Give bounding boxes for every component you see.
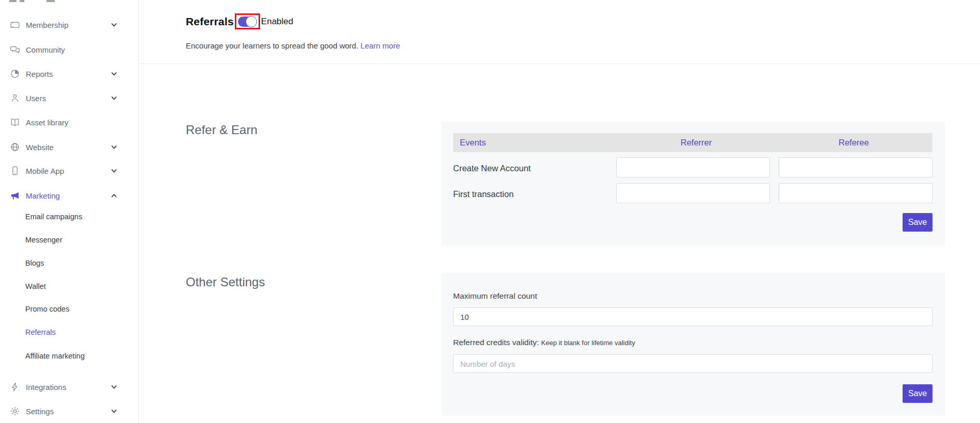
- page-header: Referrals Enabled Encourage your learner…: [139, 0, 980, 64]
- annotation-highlight-box: [235, 13, 260, 29]
- chevron-up-icon: [110, 192, 118, 199]
- partial-item-fragment: [46, 0, 55, 2]
- learn-more-link[interactable]: Learn more: [361, 41, 400, 50]
- settings-icon: [9, 406, 20, 417]
- sidebar-item-label: Mobile App: [26, 167, 110, 175]
- sidebar-subitem-wallet[interactable]: Wallet: [25, 281, 130, 292]
- referee-first-transaction-input[interactable]: [779, 183, 933, 203]
- website-icon: [9, 142, 20, 153]
- column-header-events: Events: [453, 138, 617, 148]
- chevron-down-icon: [110, 408, 118, 415]
- table-row-label: Create New Account: [453, 164, 531, 173]
- credits-validity-days-input[interactable]: [453, 354, 933, 373]
- sidebar-item-website[interactable]: Website: [9, 141, 130, 153]
- sidebar-item-label: Users: [26, 94, 110, 103]
- sidebar-item-marketing[interactable]: Marketing: [9, 189, 130, 202]
- toggle-state-label: Enabled: [261, 17, 293, 27]
- toggle-knob: [246, 16, 257, 27]
- credits-validity-label-text: Referred credits validity:: [453, 338, 539, 347]
- subitem-label: Email campaigns: [25, 213, 82, 221]
- subitem-label: Blogs: [25, 259, 44, 267]
- page-title: Referrals: [186, 15, 234, 28]
- max-referral-count-input[interactable]: [453, 307, 933, 326]
- chevron-down-icon: [110, 21, 118, 28]
- sidebar-item-integrations[interactable]: Integrations: [9, 381, 130, 393]
- asset-library-icon: [9, 117, 20, 128]
- sidebar-item-label: Community: [26, 45, 130, 54]
- subitem-label: Wallet: [25, 282, 46, 290]
- other-settings-heading: Other Settings: [186, 275, 265, 289]
- sidebar-subitem-referrals[interactable]: Referrals: [25, 327, 130, 338]
- table-row-label: First transaction: [453, 189, 513, 199]
- description-text: Encourage your learners to spread the go…: [186, 41, 358, 50]
- partial-item-fragment: [20, 0, 24, 2]
- other-settings-panel: Maximum referral count Referred credits …: [442, 273, 945, 416]
- integrations-icon: [9, 382, 20, 393]
- subitem-label: Referrals: [25, 328, 56, 336]
- sidebar-item-membership[interactable]: Membership: [9, 19, 130, 31]
- save-button[interactable]: Save: [903, 213, 933, 232]
- sidebar: Membership Community Reports Users Asset…: [0, 0, 139, 423]
- sidebar-item-asset-library[interactable]: Asset library: [9, 116, 130, 128]
- sidebar-item-label: Reports: [26, 70, 110, 78]
- chevron-down-icon: [110, 143, 118, 151]
- referee-create-account-input[interactable]: [779, 157, 933, 177]
- column-header-referrer: Referrer: [617, 138, 775, 148]
- table-header-row: Events Referrer Referee: [453, 133, 933, 152]
- subitem-label: Affiliate marketing: [25, 352, 85, 360]
- chevron-down-icon: [110, 167, 118, 174]
- sidebar-item-label: Website: [26, 143, 110, 152]
- credits-validity-hint: Keep it blank for lifetime validity: [541, 339, 635, 347]
- referrer-create-account-input[interactable]: [616, 157, 770, 177]
- referrals-toggle[interactable]: [238, 17, 256, 27]
- chevron-down-icon: [110, 383, 118, 391]
- sidebar-item-label: Membership: [26, 21, 110, 29]
- chevron-down-icon: [110, 94, 118, 102]
- sidebar-subitem-messenger[interactable]: Messenger: [25, 234, 130, 246]
- partial-item-fragment: [9, 0, 17, 2]
- chevron-down-icon: [110, 70, 118, 77]
- subitem-label: Promo codes: [25, 305, 69, 313]
- save-button[interactable]: Save: [903, 384, 933, 403]
- credits-validity-label: Referred credits validity: Keep it blank…: [453, 338, 635, 347]
- subitem-label: Messenger: [25, 236, 62, 244]
- column-header-referee: Referee: [775, 138, 933, 148]
- sidebar-item-community[interactable]: Community: [9, 43, 130, 56]
- refer-earn-heading: Refer & Earn: [186, 123, 258, 137]
- sidebar-item-label: Settings: [26, 407, 110, 416]
- sidebar-subitem-email-campaigns[interactable]: Email campaigns: [25, 211, 130, 222]
- sidebar-item-users[interactable]: Users: [9, 92, 130, 104]
- sidebar-item-label: Asset library: [26, 118, 130, 127]
- max-referral-count-label: Maximum referral count: [453, 291, 537, 301]
- membership-icon: [9, 20, 20, 30]
- marketing-icon: [9, 190, 20, 201]
- sidebar-subitem-affiliate-marketing[interactable]: Affiliate marketing: [25, 350, 130, 362]
- page-description: Encourage your learners to spread the go…: [186, 41, 400, 50]
- sidebar-item-label: Marketing: [26, 191, 110, 200]
- sidebar-item-settings[interactable]: Settings: [9, 405, 130, 417]
- reports-icon: [9, 69, 20, 79]
- sidebar-subitem-blogs[interactable]: Blogs: [25, 257, 130, 269]
- users-icon: [9, 93, 20, 104]
- refer-earn-panel: Events Referrer Referee Create New Accou…: [442, 122, 945, 246]
- sidebar-subitem-promo-codes[interactable]: Promo codes: [25, 303, 130, 315]
- sidebar-item-reports[interactable]: Reports: [9, 68, 130, 80]
- sidebar-item-mobile-app[interactable]: Mobile App: [9, 165, 130, 177]
- community-icon: [9, 44, 20, 55]
- sidebar-item-label: Integrations: [26, 383, 110, 392]
- referrer-first-transaction-input[interactable]: [616, 183, 770, 203]
- mobile-app-icon: [9, 166, 20, 176]
